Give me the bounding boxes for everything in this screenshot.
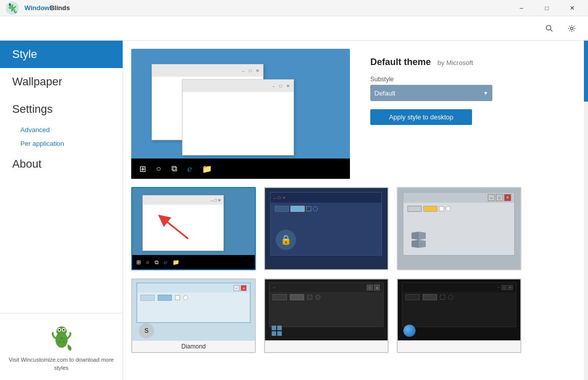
- thumb-diamond-label: Diamond: [132, 340, 255, 352]
- thumb-preview-diamond: – ✕ S: [132, 279, 255, 340]
- titlebar: 🦎 WindowBlinds – □ ✕: [0, 0, 588, 16]
- thumb-dark-blue[interactable]: – □ ✕ 🔒: [264, 187, 389, 270]
- sidebar-sub-per-application[interactable]: Per application: [0, 137, 123, 150]
- thumb-preview-gray: – □ ✕: [398, 188, 520, 269]
- svg-line-3: [550, 29, 552, 31]
- win-btn-min2: –: [271, 83, 276, 88]
- gecko-mascot: [46, 322, 77, 352]
- win-btn-close: ✕: [255, 68, 260, 73]
- headerbar: [0, 16, 588, 41]
- sidebar-item-wallpaper[interactable]: Wallpaper: [0, 68, 123, 96]
- content-area: – □ ✕ – □ ✕ ⊞: [123, 41, 588, 380]
- svg-point-2: [546, 25, 551, 30]
- settings-button[interactable]: [564, 20, 580, 37]
- sidebar-nav: Style Wallpaper Settings Advanced Per ap…: [0, 41, 123, 313]
- apply-style-button[interactable]: Apply style to desktop: [370, 109, 472, 125]
- win-btn-min: –: [241, 68, 246, 73]
- win-btn-max2: □: [278, 83, 283, 88]
- sidebar-sub-advanced[interactable]: Advanced: [0, 123, 123, 137]
- thumbnails-row-2: – ✕ S: [131, 278, 576, 353]
- svg-text:🦎: 🦎: [7, 3, 18, 14]
- thumb-preview-dark-blue: – □ ✕ 🔒: [265, 188, 388, 269]
- sidebar-item-settings[interactable]: Settings: [0, 96, 123, 123]
- taskbar-task-icon: ⧉: [171, 164, 177, 173]
- svg-point-10: [63, 329, 64, 331]
- theme-by: by Microsoft: [437, 59, 473, 67]
- svg-rect-16: [272, 326, 276, 330]
- app-title-window: Window: [24, 4, 50, 12]
- theme-title: Default theme by Microsoft: [370, 57, 509, 68]
- win-btn-max: □: [248, 68, 253, 73]
- sidebar-item-about[interactable]: About: [0, 150, 123, 178]
- thumb-dark2[interactable]: ··· □ ✕: [397, 278, 521, 353]
- taskbar-search-icon: ○: [156, 164, 161, 173]
- search-button[interactable]: [541, 20, 557, 37]
- app-logo: 🦎: [4, 0, 20, 16]
- app-title: WindowBlinds: [24, 4, 70, 12]
- svg-point-11: [60, 337, 63, 339]
- svg-point-6: [56, 327, 67, 336]
- svg-point-13: [63, 341, 65, 343]
- taskbar-folder-icon: 📁: [202, 164, 212, 174]
- svg-point-12: [58, 341, 60, 343]
- maximize-button[interactable]: □: [535, 0, 558, 16]
- titlebar-buttons: – □ ✕: [510, 0, 584, 16]
- thumb-taskbar: ⊞ ○ ⧉ ℯ 📁: [132, 255, 255, 269]
- scrollbar-track[interactable]: [584, 41, 588, 380]
- thumb-preview-dark1: ··· □ ✕: [265, 279, 388, 340]
- main-layout: Style Wallpaper Settings Advanced Per ap…: [0, 41, 588, 380]
- taskbar-edge-icon: ℯ: [187, 164, 192, 174]
- thumb-default[interactable]: –□✕ ⊞ ○ ⧉ ℯ 📁: [131, 187, 256, 270]
- substyle-dropdown-arrow: ▼: [483, 90, 488, 96]
- right-panel: Default theme by Microsoft Substyle Defa…: [358, 49, 521, 133]
- main-preview: – □ ✕ – □ ✕ ⊞: [131, 49, 350, 179]
- thumb-dark1[interactable]: ··· □ ✕: [264, 278, 389, 353]
- preview-taskbar: ⊞ ○ ⧉ ℯ 📁: [131, 159, 350, 179]
- thumb-preview-win10: –□✕ ⊞ ○ ⧉ ℯ 📁: [132, 188, 255, 269]
- preview-window-front: – □ ✕: [182, 79, 294, 155]
- svg-line-15: [163, 218, 188, 239]
- sidebar-footer: Visit Wincustomize.com to download more …: [0, 313, 123, 380]
- sidebar: Style Wallpaper Settings Advanced Per ap…: [0, 41, 123, 380]
- thumb-diamond[interactable]: – ✕ S: [131, 278, 256, 353]
- scrollbar-thumb[interactable]: [584, 41, 588, 102]
- svg-rect-18: [272, 331, 276, 336]
- content-main: – □ ✕ – □ ✕ ⊞: [123, 41, 584, 380]
- thumb-preview-dark2: ··· □ ✕: [398, 279, 520, 340]
- minimize-button[interactable]: –: [510, 0, 533, 16]
- win-btn-close2: ✕: [285, 83, 290, 88]
- substyle-select[interactable]: Default ▼: [370, 85, 492, 101]
- footer-text: Visit Wincustomize.com to download more …: [8, 356, 114, 372]
- close-button[interactable]: ✕: [561, 0, 584, 16]
- svg-point-9: [58, 329, 60, 331]
- svg-rect-19: [277, 331, 282, 336]
- taskbar-start-icon: ⊞: [139, 164, 146, 174]
- svg-point-4: [571, 27, 573, 29]
- titlebar-left: 🦎 WindowBlinds: [4, 0, 70, 16]
- thumb-gray[interactable]: – □ ✕: [397, 187, 521, 270]
- thumbnails-row: –□✕ ⊞ ○ ⧉ ℯ 📁: [131, 187, 576, 270]
- arrow-indicator: [153, 213, 193, 246]
- sidebar-item-style[interactable]: Style: [0, 41, 123, 68]
- svg-rect-17: [277, 326, 282, 330]
- app-title-blinds: Blinds: [50, 4, 70, 12]
- substyle-label: Substyle: [370, 76, 509, 83]
